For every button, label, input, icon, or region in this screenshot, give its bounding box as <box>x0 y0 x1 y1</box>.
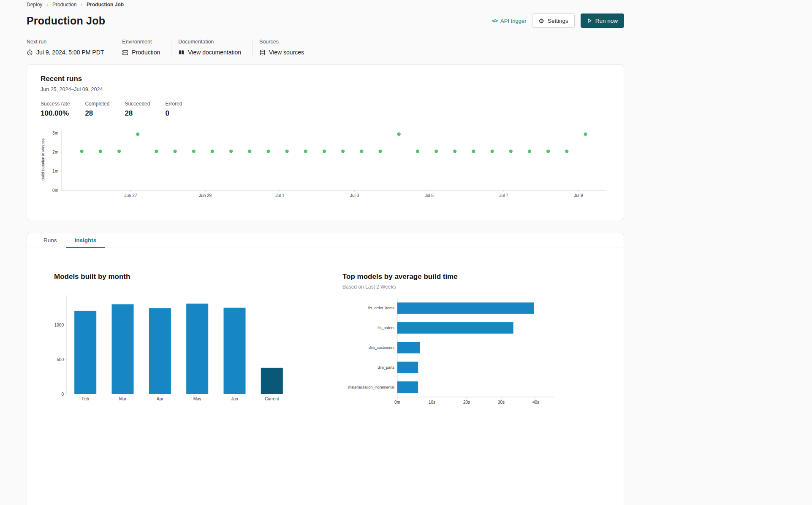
api-trigger-label: API trigger <box>500 18 526 24</box>
insights-card: Runs Insights Models built by month 0500… <box>27 233 624 505</box>
stat-success-rate: Success rate 100.00% <box>41 101 70 118</box>
svg-text:Current: Current <box>265 397 279 401</box>
play-icon <box>587 18 592 23</box>
stat-value: 28 <box>125 109 150 118</box>
code-icon: </> <box>492 18 497 23</box>
svg-text:Jul 9: Jul 9 <box>574 193 583 198</box>
top-models-title: Top models by average build time <box>342 273 596 281</box>
svg-text:Feb: Feb <box>82 397 90 401</box>
page-content: Deploy › Production › Production Job Pro… <box>27 0 624 505</box>
recent-runs-date-range: Jun 25, 2024–Jul 09, 2024 <box>41 86 610 92</box>
stat-label: Completed <box>85 101 109 107</box>
tab-runs[interactable]: Runs <box>35 233 66 248</box>
svg-text:30s: 30s <box>498 400 505 405</box>
tab-insights[interactable]: Insights <box>66 233 106 248</box>
svg-text:May: May <box>193 397 201 401</box>
svg-text:materialization_incremental: materialization_incremental <box>348 385 394 389</box>
svg-text:0: 0 <box>61 392 64 397</box>
breadcrumb-production[interactable]: Production <box>52 2 76 8</box>
svg-text:Jun 27: Jun 27 <box>124 193 137 198</box>
documentation-label: Documentation <box>178 39 241 45</box>
svg-text:fct_orders: fct_orders <box>377 326 395 330</box>
view-sources-link[interactable]: View sources <box>269 49 304 56</box>
svg-text:40s: 40s <box>532 400 539 405</box>
page-title: Production Job <box>27 15 105 27</box>
svg-text:Mar: Mar <box>119 397 127 401</box>
svg-text:3m: 3m <box>52 131 58 135</box>
svg-text:Jun: Jun <box>231 397 238 401</box>
svg-text:20s: 20s <box>463 400 470 405</box>
chevron-right-icon: › <box>81 2 82 7</box>
chevron-right-icon: › <box>46 2 48 7</box>
api-trigger-link[interactable]: </> API trigger <box>492 18 526 24</box>
svg-text:1000: 1000 <box>54 323 64 327</box>
breadcrumb-current-page: Production Job <box>87 2 124 8</box>
stat-value: 28 <box>85 109 109 118</box>
gear-icon: ⚙ <box>538 18 544 24</box>
svg-text:Jul 7: Jul 7 <box>499 193 508 198</box>
stat-errored: Errored 0 <box>165 101 182 118</box>
run-now-button[interactable]: Run now <box>581 14 624 28</box>
recent-runs-title: Recent runs <box>41 75 610 83</box>
job-meta-row: Next run Jul 9, 2024, 5:00 PM PDT Enviro… <box>27 39 624 56</box>
recent-runs-card: Recent runs Jun 25, 2024–Jul 09, 2024 Su… <box>27 64 624 220</box>
header-actions: </> API trigger ⚙ Settings Run now <box>492 14 624 28</box>
database-icon <box>259 49 266 56</box>
svg-text:Build Duration in Minutes: Build Duration in Minutes <box>41 138 45 181</box>
stat-label: Succeeded <box>125 101 150 107</box>
svg-text:500: 500 <box>57 357 64 362</box>
next-run-label: Next run <box>27 39 104 45</box>
svg-text:0m: 0m <box>394 400 400 405</box>
settings-button[interactable]: ⚙ Settings <box>532 14 574 28</box>
top-models-block: Top models by average build time Based o… <box>342 273 596 412</box>
docs-book-icon <box>178 49 185 56</box>
environment-label: Environment <box>122 39 160 45</box>
top-models-subtitle: Based on Last 2 Weeks <box>342 284 596 290</box>
stat-succeeded: Succeeded 28 <box>125 101 150 118</box>
stat-value: 0 <box>165 109 182 118</box>
svg-text:Jul 5: Jul 5 <box>425 193 434 198</box>
models-built-bar-chart: 05001000FebMarAprMayJunCurrent <box>54 292 342 407</box>
view-documentation-link[interactable]: View documentation <box>188 49 241 56</box>
tab-bar: Runs Insights <box>27 233 624 248</box>
settings-label: Settings <box>548 18 568 24</box>
next-run-value: Jul 9, 2024, 5:00 PM PDT <box>36 49 104 56</box>
breadcrumb: Deploy › Production › Production Job <box>27 2 624 8</box>
svg-text:2m: 2m <box>52 150 58 154</box>
environment-icon <box>122 49 128 56</box>
svg-text:dim_customers: dim_customers <box>369 346 395 350</box>
svg-text:Jun 29: Jun 29 <box>199 193 212 198</box>
svg-text:dim_parts: dim_parts <box>377 365 394 370</box>
svg-text:Jul 1: Jul 1 <box>275 193 285 198</box>
breadcrumb-deploy[interactable]: Deploy <box>27 2 42 8</box>
meta-next-run: Next run Jul 9, 2024, 5:00 PM PDT <box>27 39 115 56</box>
insights-body: Models built by month 05001000FebMarAprM… <box>27 248 624 429</box>
models-built-block: Models built by month 05001000FebMarAprM… <box>54 273 342 412</box>
build-duration-scatter-chart: 0m1m2m3mJun 27Jun 29Jul 1Jul 3Jul 5Jul 7… <box>41 127 610 205</box>
models-built-title: Models built by month <box>54 273 342 281</box>
svg-text:Jul 3: Jul 3 <box>350 193 359 198</box>
svg-text:fct_order_items: fct_order_items <box>368 306 395 310</box>
page-header: Production Job </> API trigger ⚙ Setting… <box>27 14 624 28</box>
svg-text:10s: 10s <box>429 400 435 405</box>
meta-documentation: Documentation View documentation <box>171 39 252 56</box>
stat-value: 100.00% <box>41 109 70 118</box>
meta-sources: Sources View sources <box>252 39 315 56</box>
clock-icon <box>27 49 33 56</box>
stat-label: Errored <box>165 101 182 107</box>
stat-completed: Completed 28 <box>85 101 109 118</box>
svg-text:0m: 0m <box>52 188 58 193</box>
environment-link[interactable]: Production <box>132 49 160 56</box>
svg-text:1m: 1m <box>52 169 58 173</box>
svg-text:Apr: Apr <box>157 397 163 401</box>
recent-runs-stats: Success rate 100.00% Completed 28 Succee… <box>41 101 610 118</box>
meta-environment: Environment Production <box>115 39 171 56</box>
sources-label: Sources <box>259 39 304 45</box>
run-now-label: Run now <box>595 18 618 24</box>
stat-label: Success rate <box>41 101 70 107</box>
top-models-hbar-chart: 0m10s20s30s40sfct_order_itemsfct_ordersd… <box>342 296 596 412</box>
